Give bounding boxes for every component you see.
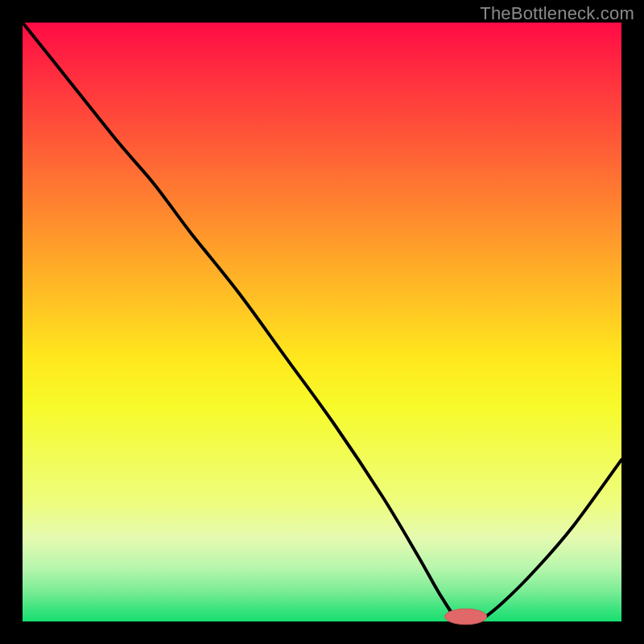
bottleneck-curve [23,23,621,624]
chart-frame: TheBottleneck.com [0,0,644,644]
plot-area [23,23,621,621]
watermark-label: TheBottleneck.com [480,3,634,24]
curve-layer [23,23,621,621]
optimum-marker [445,609,487,624]
